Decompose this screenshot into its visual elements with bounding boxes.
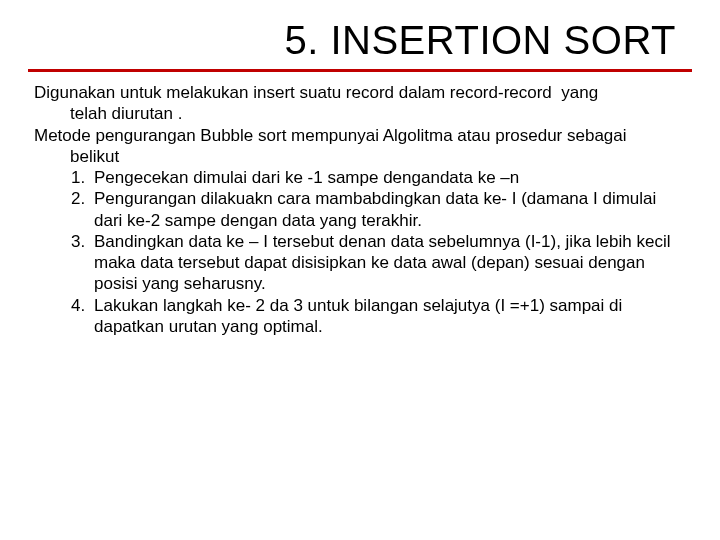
intro-text-2: Metode pengurangan Bubble sort mempunyai… xyxy=(34,126,627,145)
list-item: Bandingkan data ke – I tersebut denan da… xyxy=(90,231,686,295)
intro-cont-1: telah diurutan . xyxy=(34,103,686,124)
steps-list: Pengecekan dimulai dari ke -1 sampe deng… xyxy=(34,167,686,337)
slide: 5. INSERTION SORT Digunakan untuk melaku… xyxy=(0,0,720,540)
intro-paragraph-2: Metode pengurangan Bubble sort mempunyai… xyxy=(34,125,686,168)
list-item: Pengurangan dilakuakn cara mambabdingkan… xyxy=(90,188,686,231)
intro-paragraph-1: Digunakan untuk melakukan insert suatu r… xyxy=(34,82,686,125)
list-item: Lakukan langkah ke- 2 da 3 untuk bilanga… xyxy=(90,295,686,338)
title-underline xyxy=(28,69,692,72)
intro-cont-2: belikut xyxy=(34,146,686,167)
intro-text-1: Digunakan untuk melakukan insert suatu r… xyxy=(34,83,598,102)
slide-body: Digunakan untuk melakukan insert suatu r… xyxy=(28,82,692,337)
slide-title: 5. INSERTION SORT xyxy=(28,18,692,67)
list-item: Pengecekan dimulai dari ke -1 sampe deng… xyxy=(90,167,686,188)
